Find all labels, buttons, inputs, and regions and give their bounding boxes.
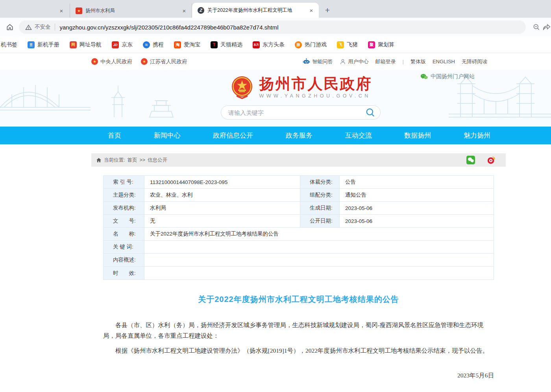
bookmark-aitaobao[interactable]: 淘 爱淘宝 [174,41,200,48]
home-icon[interactable] [5,22,15,32]
breadcrumb-separator: >> [139,157,145,163]
bookmark-jd[interactable]: JD 京东 [112,41,133,48]
meta-value-public-date: 2023-05-06 [340,215,494,227]
bookmark-dongfangtoutiao[interactable]: 东方 东方头条 [253,41,285,48]
meta-value-summary [144,254,494,266]
browser-logo-favicon: Z [198,7,204,14]
gov-emblem-icon: ★ [141,58,148,65]
url-text[interactable]: yangzhou.gov.cn/yzszxxgk/slj/202305/210c… [60,24,279,31]
nav-home[interactable]: 首页 [108,131,121,140]
meta-row: 内容概述: [104,254,494,267]
bookmark-label: 京东 [122,41,133,48]
meta-label: 关 键 词: [104,241,144,253]
nav-news[interactable]: 新闻中心 [154,131,181,140]
tab-shuiliju[interactable]: ★ 扬州市水利局 × [70,4,192,18]
link-central-gov[interactable]: ★ 中央人民政府 [91,58,132,65]
divider: | [403,59,404,64]
browser-address-bar: 不安全 yangzhou.gov.cn/yzszxxgk/slj/202305/… [0,18,551,37]
bookmark-fliggy[interactable]: 飞 飞猪 [337,41,358,48]
bookmarks-bar: 机书签 ≣ 新机手册 网 网址导航 JD 京东 ≈ 携程 淘 爱淘宝 T 天猫精… [0,37,551,53]
bookmark-label: 爱淘宝 [184,41,200,48]
portal-link[interactable]: 中国扬州门户网站 [420,73,475,80]
nav-interaction[interactable]: 互动交流 [345,131,372,140]
nav-charm[interactable]: 魅力扬州 [464,131,490,140]
bookmark-label: 飞猪 [347,41,358,48]
user-center-link[interactable]: 用户中心 [340,58,369,65]
taobao-icon: 淘 [174,41,181,48]
wechat-share-icon[interactable] [466,156,475,164]
smart-qa-link[interactable]: 智能问答 [303,58,333,65]
tab-active-announcement[interactable]: Z 关于2022年度扬州市水利工程文明工地 × [192,3,319,18]
meta-label: 体裁分类: [300,176,340,188]
url-field[interactable]: 不安全 yangzhou.gov.cn/yzszxxgk/slj/202305/… [19,20,526,34]
meta-row: 主题分类: 农业、林业、水利 组配分类: 通知公告 [104,189,494,202]
document-meta-table: 索 引 号: 11321000014407098E-2023-095 体裁分类:… [103,175,494,280]
nav-services[interactable]: 政务服务 [286,131,312,140]
bookmark-xinjishouce[interactable]: ≣ 新机手册 [28,41,59,48]
main-nav: 首页 新闻中心 政府信息公开 政务服务 互动交流 数据扬州 魅力扬州 [0,127,551,144]
bookmark-juhuasuan[interactable]: 聚 聚划算 [368,41,394,48]
nav-data[interactable]: 数据扬州 [404,131,431,140]
bookmark-tmall[interactable]: T 天猫精选 [211,41,242,48]
weibo-share-icon[interactable] [487,156,496,164]
nav-info-disclosure[interactable]: 政府信息公开 [213,131,253,140]
gov-emblem-icon: ★ [91,58,98,65]
divider [55,24,55,31]
site-header: 扬州市人民政府 WWW.YANGZHOU.GOV.CN 中国扬州门户网站 [0,70,551,127]
zoom-out-icon[interactable] [531,22,542,32]
meta-label: 名 称: [104,228,144,240]
portal-label: 中国扬州门户网站 [431,73,475,80]
mail-login-link[interactable]: 邮箱登录 [375,58,396,65]
link-label: 智能问答 [312,58,333,65]
nav-site-icon: 网 [70,41,77,48]
meta-label: 时 效: [104,267,144,280]
meta-value-title: 关于2022年度扬州市水利工程文明工地考核结果的公告 [144,228,494,240]
security-label[interactable]: 不安全 [35,24,51,31]
juhuasuan-icon: 聚 [368,41,375,48]
bookmark-games[interactable]: 游 热门游戏 [295,41,327,48]
meta-row: 文 号: 无 公开日期: 2023-05-06 [104,215,494,228]
browser-tab-strip: × ★ 扬州市水利局 × Z 关于2022年度扬州市水利工程文明工地 × + [0,0,551,18]
bookmark-jishuqian[interactable]: 机书签 [1,41,17,48]
search-icon[interactable] [365,107,375,118]
english-link[interactable]: ENGLISH [433,59,455,64]
tab-title: 扬州市水利局 [85,7,178,14]
accessibility-link[interactable]: 无障碍阅读 [462,58,487,65]
dongfang-icon: 东方 [253,41,260,48]
gov-link-label: 江苏省人民政府 [150,58,187,65]
bookmark-ctrip[interactable]: ≈ 携程 [143,41,164,48]
new-tab-button[interactable]: + [322,5,333,16]
meta-value-agency: 水利局 [144,202,300,214]
traditional-chinese-link[interactable]: 繁体版 [410,58,426,65]
article-title: 关于2022年度扬州市水利工程文明工地考核结果的公告 [91,294,506,305]
search-input[interactable] [228,109,365,116]
national-emblem-logo [229,75,255,100]
gov-link-label: 中央人民政府 [100,58,132,65]
bookmark-label: 新机手册 [37,41,59,48]
robot-icon [303,58,310,65]
meta-row: 名 称: 关于2022年度扬州市水利工程文明工地考核结果的公告 [104,228,494,241]
meta-value-genre: 公告 [340,176,494,188]
article-date: 2023年5月6日 [91,372,494,380]
close-icon[interactable]: × [58,7,65,14]
meta-row: 关 键 词: [104,241,494,254]
share-icon[interactable] [542,22,551,32]
manual-icon: ≣ [28,41,35,48]
breadcrumb-prefix: 当前位置: [104,157,125,164]
tab-partial[interactable]: × [0,4,70,18]
ctrip-icon: ≈ [143,41,150,48]
meta-label: 发布机构: [104,202,144,214]
bookmark-label: 机书签 [1,41,17,48]
bookmark-wangzhidaohang[interactable]: 网 网址导航 [70,41,102,48]
meta-label: 内容概述: [104,254,144,266]
breadcrumb: 当前位置: 首页 >> 信息公开 [91,153,506,167]
article-paragraph: 根据《扬州市水利工程文明工地建设管理办法》（扬水规[2019]1号），2022年… [103,345,494,356]
meta-row: 时 效: [104,267,494,280]
meta-value-doc-number: 无 [144,215,300,227]
meta-value-group: 通知公告 [340,189,494,201]
meta-row: 索 引 号: 11321000014407098E-2023-095 体裁分类:… [104,176,494,189]
close-icon[interactable]: × [181,7,188,14]
close-icon[interactable]: × [308,7,315,14]
breadcrumb-home-link[interactable]: 首页 [127,157,137,164]
link-jiangsu-gov[interactable]: ★ 江苏省人民政府 [141,58,187,65]
